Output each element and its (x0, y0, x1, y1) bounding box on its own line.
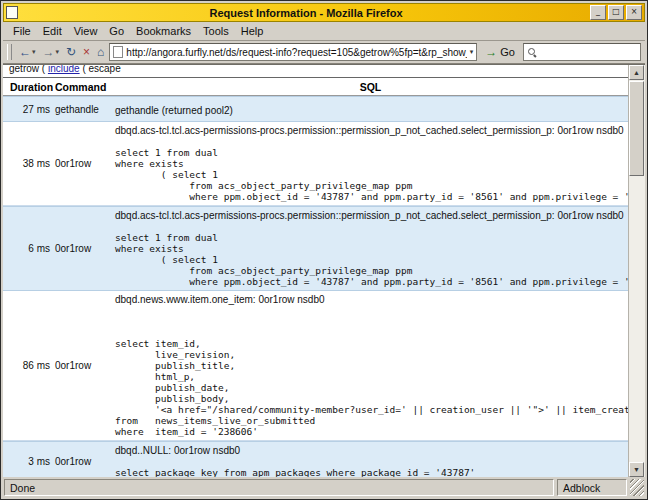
titlebar: Request Information - Mozilla Firefox _ … (3, 3, 645, 22)
url-input[interactable] (126, 47, 466, 58)
row-sql-header: gethandle (returned pool2) (115, 105, 233, 116)
row-sql-body: select package_key from apm_packages whe… (115, 467, 626, 477)
maximize-button[interactable]: □ (608, 5, 624, 20)
browser-window: Request Information - Mozilla Firefox _ … (0, 0, 648, 500)
menubar: File Edit View Go Bookmarks Tools Help (3, 22, 645, 41)
menu-edit[interactable]: Edit (37, 23, 68, 39)
window-controls: _ □ × (590, 5, 642, 20)
menu-file[interactable]: File (7, 23, 37, 39)
stop-icon: × (83, 45, 90, 59)
row-sql-body: select 1 from dual where exists ( select… (115, 232, 626, 287)
include-link[interactable]: include (48, 65, 80, 74)
go-button[interactable]: → Go (480, 43, 520, 61)
table-header-row: Duration Command SQL (3, 78, 628, 96)
table-row: 3 ms 0or1row dbqd..NULL: 0or1row nsdb0 s… (3, 441, 628, 477)
clipped-text-suffix: ( escape (80, 65, 121, 74)
url-history-dropdown-icon[interactable]: ▾ (470, 48, 474, 56)
table-row: 86 ms 0or1row dbqd.news.www.item.one_ite… (3, 291, 628, 441)
forward-button[interactable]: → ▾ (41, 43, 62, 61)
adblock-button[interactable]: Adblock (557, 479, 627, 496)
row-command: 0or1row (55, 243, 113, 254)
back-button[interactable]: ← ▾ (17, 43, 38, 61)
row-command: 0or1row (55, 360, 113, 371)
back-icon: ← (19, 45, 31, 59)
row-sql-header: dbqd.acs-tcl.tcl.acs-permissions-procs.p… (115, 210, 626, 221)
column-header-duration: Duration (3, 81, 55, 93)
scroll-down-icon[interactable]: ▼ (629, 462, 644, 477)
stop-button[interactable]: × (81, 43, 92, 61)
row-duration: 3 ms (3, 456, 55, 467)
clipped-header-line: getrow ( include ( escape (3, 65, 628, 77)
row-command: gethandle (55, 104, 113, 115)
clipped-text-prefix: getrow ( (9, 65, 48, 74)
menu-bookmarks[interactable]: Bookmarks (130, 23, 197, 39)
row-sql-body: select 1 from dual where exists ( select… (115, 147, 626, 202)
table-row: 27 ms gethandle gethandle (returned pool… (3, 96, 628, 122)
row-sql-header: dbqd.news.www.item.one_item: 0or1row nsd… (115, 294, 626, 305)
row-duration: 38 ms (3, 158, 55, 169)
row-sql-header: dbqd.acs-tcl.tcl.acs-permissions-procs.p… (115, 125, 626, 136)
vertical-scrollbar[interactable]: ▲ ▼ (628, 65, 645, 477)
go-arrow-icon: → (485, 45, 497, 59)
menu-view[interactable]: View (68, 23, 104, 39)
navigation-toolbar: ← ▾ → ▾ ↻ × ⌂ ▾ → Go (3, 41, 645, 64)
scroll-up-icon[interactable]: ▲ (629, 65, 644, 80)
go-button-label: Go (500, 46, 515, 58)
minimize-button[interactable]: _ (590, 5, 606, 20)
menu-go[interactable]: Go (103, 23, 130, 39)
window-title: Request Information - Mozilla Firefox (22, 7, 590, 19)
search-bar (523, 43, 641, 61)
close-button[interactable]: × (626, 5, 642, 20)
page-area: getrow ( include ( escape Duration Comma… (3, 65, 628, 477)
reload-button[interactable]: ↻ (64, 43, 78, 61)
forward-dropdown-icon: ▾ (56, 48, 60, 56)
row-duration: 6 ms (3, 243, 55, 254)
status-text: Done (4, 479, 554, 496)
toolbar-grippy (7, 44, 12, 60)
content-area: getrow ( include ( escape Duration Comma… (3, 64, 645, 477)
row-duration: 86 ms (3, 360, 55, 371)
page-favicon (113, 46, 123, 58)
row-sql-header: dbqd..NULL: 0or1row nsdb0 (115, 445, 626, 456)
table-row: 38 ms 0or1row dbqd.acs-tcl.tcl.acs-permi… (3, 122, 628, 206)
scrollbar-thumb[interactable] (629, 81, 644, 176)
search-icon (527, 47, 537, 57)
home-button[interactable]: ⌂ (95, 43, 106, 61)
window-icon (6, 6, 18, 19)
back-dropdown-icon: ▾ (32, 48, 36, 56)
reload-icon: ↻ (66, 45, 76, 59)
row-duration: 27 ms (3, 104, 55, 115)
row-sql-body: select item_id, live_revision, publish_t… (115, 316, 626, 437)
statusbar: Done Adblock (3, 477, 645, 497)
home-icon: ⌂ (97, 45, 104, 59)
location-bar: ▾ (109, 43, 477, 61)
search-input[interactable] (540, 47, 637, 58)
column-header-command: Command (55, 81, 113, 93)
row-command: 0or1row (55, 158, 113, 169)
menu-help[interactable]: Help (235, 23, 270, 39)
forward-icon: → (43, 45, 55, 59)
row-command: 0or1row (55, 456, 113, 467)
column-header-sql: SQL (113, 81, 628, 93)
table-row: 6 ms 0or1row dbqd.acs-tcl.tcl.acs-permis… (3, 206, 628, 291)
resize-grip[interactable] (630, 479, 644, 496)
menu-tools[interactable]: Tools (197, 23, 235, 39)
